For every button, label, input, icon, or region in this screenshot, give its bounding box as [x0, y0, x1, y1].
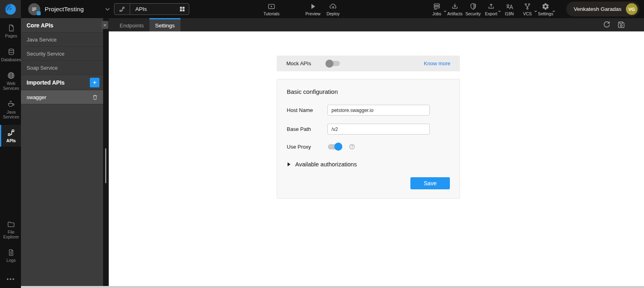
know-more-link[interactable]: Know more — [424, 60, 450, 66]
deploy-button[interactable]: Deploy — [323, 2, 343, 16]
sidebar-item-databases[interactable]: Databases — [0, 44, 21, 66]
grid-icon[interactable] — [179, 6, 186, 12]
project-name: ProjectTesting — [45, 6, 84, 12]
tutorials-icon — [267, 2, 276, 10]
project-selector[interactable]: ProjectTesting — [28, 3, 111, 15]
workspace-selector[interactable]: APIs — [114, 3, 189, 15]
available-authorizations-label: Available authorizations — [295, 161, 357, 168]
api-flow-icon — [7, 128, 15, 137]
sidebar-item-java-services[interactable]: Java Services — [0, 96, 21, 123]
api-item-label: swagger — [27, 94, 46, 100]
coffee-icon — [7, 100, 15, 108]
i18n-icon — [505, 2, 514, 10]
workspace-selector-label: APIs — [130, 6, 179, 12]
basic-configuration-card: Basic configuration Host Name Base Path … — [277, 79, 460, 199]
mock-apis-card: Mock APIs Know more — [277, 56, 460, 71]
preview-button[interactable]: Preview — [303, 2, 323, 16]
more-dots-icon — [6, 278, 15, 281]
preview-icon — [309, 2, 317, 10]
panel-gutter — [103, 18, 109, 286]
i18n-button[interactable]: I18N — [500, 2, 518, 16]
settings-button[interactable]: Settings — [536, 2, 555, 16]
globe-icon — [7, 71, 15, 80]
list-item-swagger[interactable]: swagger — [21, 90, 103, 104]
topbar-center-actions: Tutorials Preview Deploy — [258, 0, 343, 18]
topbar: ProjectTesting APIs Tutorials — [0, 0, 644, 18]
app-window: ProjectTesting APIs Tutorials — [0, 0, 644, 288]
caret-down-icon — [552, 9, 556, 13]
refresh-icon[interactable] — [603, 21, 611, 29]
folder-icon — [7, 220, 15, 228]
vcs-icon — [523, 2, 532, 10]
save-button[interactable]: Save — [410, 177, 450, 189]
jobs-button[interactable]: Jobs — [428, 2, 446, 16]
base-path-label: Base Path — [287, 126, 327, 132]
expand-triangle-icon — [288, 162, 290, 166]
collapse-panel-button[interactable]: « — [101, 21, 108, 29]
imported-apis-title: Imported APIs — [27, 79, 64, 86]
tab-bar: Endpoints Settings — [109, 18, 644, 31]
security-icon — [469, 2, 477, 10]
wavemaker-logo[interactable] — [0, 0, 21, 18]
main-area: Endpoints Settings Mock APIs Know more — [109, 18, 644, 286]
base-path-input[interactable] — [327, 124, 430, 135]
user-menu[interactable]: Venkatesh Garadas VG — [566, 2, 640, 17]
settings-content: Mock APIs Know more Basic configuration … — [109, 31, 644, 286]
save-file-icon[interactable] — [617, 21, 625, 29]
use-proxy-label: Use Proxy — [287, 144, 327, 150]
sidebar-item-pages[interactable]: Pages — [0, 20, 21, 42]
sidebar-item-apis[interactable]: APIs — [0, 125, 21, 147]
user-name: Venkatesh Garadas — [574, 6, 621, 12]
export-icon — [487, 2, 495, 10]
vcs-button[interactable]: VCS — [518, 2, 536, 16]
databases-icon — [7, 48, 15, 56]
host-name-label: Host Name — [287, 107, 327, 113]
use-proxy-row: Use Proxy — [287, 143, 450, 151]
basic-configuration-title: Basic configuration — [287, 88, 450, 95]
sidebar-item-web-services[interactable]: Web Services — [0, 68, 21, 94]
logs-icon — [7, 249, 15, 257]
security-button[interactable]: Security — [464, 2, 482, 16]
settings-gear-icon — [541, 2, 550, 10]
help-icon[interactable] — [349, 143, 355, 150]
jobs-icon — [433, 2, 441, 10]
scrollbar-thumb[interactable] — [105, 148, 106, 183]
topbar-right-actions: Jobs Artifacts Security Export — [428, 0, 555, 18]
host-name-input[interactable] — [327, 105, 430, 116]
list-item-soap-service[interactable]: Soap Service — [21, 61, 103, 75]
save-row: Save — [287, 177, 450, 189]
artifacts-button[interactable]: Artifacts — [446, 2, 464, 16]
export-button[interactable]: Export — [482, 2, 500, 16]
mock-apis-toggle[interactable] — [325, 60, 340, 68]
api-list-panel: Core APIs Java Service Security Service … — [21, 18, 103, 286]
host-name-row: Host Name — [287, 105, 450, 116]
wavemaker-logo-icon — [4, 3, 17, 16]
core-apis-header: Core APIs — [21, 18, 103, 33]
tab-endpoints[interactable]: Endpoints — [114, 18, 149, 31]
use-proxy-toggle[interactable] — [327, 143, 342, 151]
tutorials-button[interactable]: Tutorials — [258, 2, 285, 16]
more-options-button[interactable] — [0, 273, 21, 288]
mock-apis-label: Mock APIs — [286, 60, 325, 66]
user-avatar: VG — [626, 3, 638, 15]
available-authorizations-expander[interactable]: Available authorizations — [287, 161, 450, 168]
project-icon — [28, 3, 40, 15]
list-item-security-service[interactable]: Security Service — [21, 47, 103, 61]
trash-icon[interactable] — [92, 94, 98, 101]
add-api-button[interactable]: + — [90, 78, 99, 87]
pages-icon — [7, 24, 15, 32]
bottom-scrollbar-track[interactable] — [21, 286, 644, 288]
deploy-icon — [329, 2, 338, 10]
sidebar: Pages Databases Web Services Java Servic… — [0, 18, 21, 288]
sidebar-item-logs[interactable]: Logs — [0, 245, 21, 266]
list-item-java-service[interactable]: Java Service — [21, 33, 103, 47]
tab-actions — [603, 18, 644, 31]
sidebar-item-file-explorer[interactable]: File Explorer — [0, 217, 21, 243]
artifacts-icon — [451, 2, 459, 10]
api-flow-icon — [114, 4, 130, 15]
tab-settings[interactable]: Settings — [149, 18, 180, 31]
chevron-down-icon — [104, 6, 111, 13]
imported-apis-header: Imported APIs + — [21, 75, 103, 90]
base-path-row: Base Path — [287, 124, 450, 135]
